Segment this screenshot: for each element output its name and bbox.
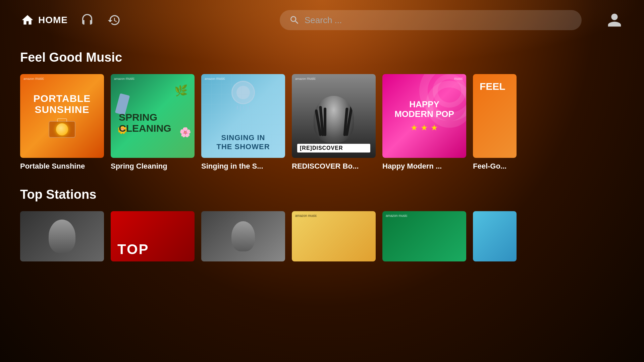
top-station-top-label: ToP [117, 241, 149, 257]
station-card-6[interactable] [473, 211, 517, 261]
feel-good-music-cards: amazon music PORTABLESUNSHINE [20, 74, 624, 171]
nav-headphones[interactable] [80, 13, 95, 27]
card-feel-good-country[interactable]: FEEL Feel-Go... [473, 74, 517, 171]
star-2: ★ [421, 123, 428, 132]
nav-history[interactable] [107, 13, 121, 27]
portable-sunshine-label: Portable Sunshine [20, 162, 104, 171]
card-singing-shower[interactable]: amazon music [201, 74, 285, 171]
feel-good-country-label: Feel-Go... [473, 162, 517, 171]
spring-cleaning-label: Spring Cleaning [111, 162, 195, 171]
top-stations-section: Top Stations ToP amazon music [0, 187, 644, 261]
nav-left: HOME [20, 13, 121, 27]
station-card-2[interactable]: ToP [111, 211, 195, 261]
spring-cleaning-text: SPRINGCLEANING [119, 112, 171, 134]
star-1: ★ [411, 123, 418, 132]
happy-modern-pop-text: HAPPYMODERN POP [394, 100, 454, 119]
station-card-5[interactable]: amazon music [382, 211, 466, 261]
station-card-3[interactable] [201, 211, 285, 261]
search-bar [280, 10, 582, 30]
card-spring-cleaning[interactable]: amazon music 🌿 🌸 🌼 SPRINGCLEANING [111, 74, 195, 171]
card-happy-modern-pop[interactable]: music HAPPYMODERN POP ★ ★ ★ [382, 74, 466, 171]
history-icon [107, 13, 121, 27]
rediscover-badge: [RE]DISCOVER [297, 144, 370, 153]
headphones-icon [80, 13, 95, 27]
card-portable-sunshine[interactable]: amazon music PORTABLESUNSHINE [20, 74, 104, 171]
feel-good-country-text: FEEL [480, 81, 505, 92]
amazon-music-badge-station-5: amazon music [386, 214, 407, 218]
amazon-music-badge-station-4: amazon music [295, 214, 317, 218]
user-icon [606, 12, 623, 28]
search-input-wrap[interactable] [280, 10, 582, 30]
card-rediscover[interactable]: amazon music [292, 74, 376, 171]
nav-home[interactable]: HOME [20, 13, 68, 27]
top-stations-title: Top Stations [20, 187, 624, 202]
feel-good-music-title: Feel Good Music [20, 50, 624, 65]
top-station-cards: ToP amazon music amazon music [20, 211, 624, 261]
search-icon [289, 15, 300, 25]
header: HOME [0, 0, 644, 40]
happy-modern-pop-label: Happy Modern ... [382, 162, 466, 171]
feel-good-music-section: Feel Good Music amazon music PORTABLESUN… [0, 50, 644, 171]
singing-shower-text: SINGING INTHE SHOWER [201, 133, 285, 151]
star-3: ★ [431, 123, 438, 132]
station-card-4[interactable]: amazon music [292, 211, 376, 261]
station-card-1[interactable] [20, 211, 104, 261]
search-input[interactable] [305, 15, 572, 25]
rediscover-label: REDISCOVER Bo... [292, 162, 376, 171]
singing-shower-label: Singing in the S... [201, 162, 285, 171]
home-label: HOME [38, 15, 68, 25]
profile-button[interactable] [605, 11, 624, 29]
portable-sunshine-text: PORTABLESUNSHINE [34, 93, 91, 115]
home-icon [20, 13, 35, 27]
